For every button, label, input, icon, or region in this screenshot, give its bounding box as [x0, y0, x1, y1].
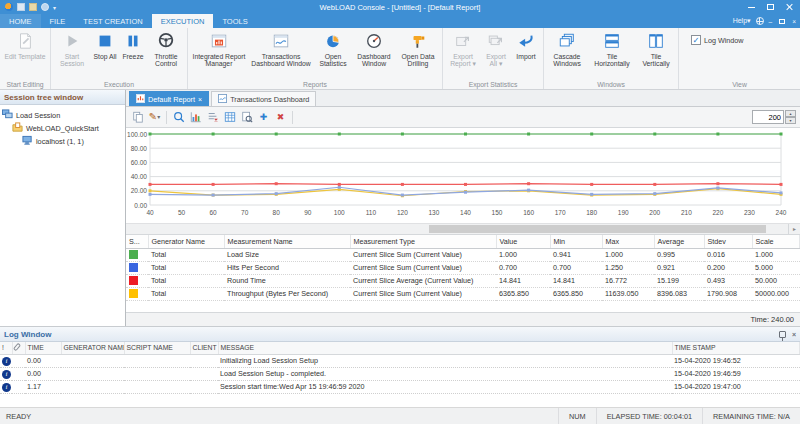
log-row[interactable]: i0.00Load Session Setup - completed.15-0… — [0, 367, 800, 380]
pin-icon[interactable] — [779, 331, 786, 338]
globe-icon[interactable] — [756, 17, 764, 25]
stats-column-header[interactable]: S... — [126, 235, 148, 248]
weblaod-console-window: ▾ WebLOAD Console - [Untitled] - [Defaul… — [0, 0, 800, 426]
stats-column-header[interactable]: Min — [550, 235, 602, 248]
stats-column-header[interactable]: Measurement Type — [350, 235, 496, 248]
table-row[interactable]: TotalLoad SizeCurrent Slice Sum (Current… — [126, 248, 800, 261]
log-window-pane: Log Window × !TIMEGENERATOR NAMESCRIPT N… — [0, 326, 800, 400]
log-close-icon[interactable]: × — [792, 331, 796, 338]
chart-horizontal-scrollbar[interactable]: ► — [126, 223, 800, 235]
chart-options-icon[interactable] — [189, 110, 202, 125]
cell-generator: Total — [148, 261, 224, 274]
cell-name: Throughput (Bytes Per Second) — [224, 287, 350, 300]
mdi-close-button[interactable]: × — [792, 18, 796, 25]
save-icon[interactable] — [17, 3, 25, 11]
stop-all-button[interactable]: Stop All — [91, 31, 119, 61]
tab-home[interactable]: HOME — [0, 14, 41, 28]
preview-icon[interactable] — [240, 110, 253, 125]
tab-execution[interactable]: EXECUTION — [152, 14, 214, 28]
edit-pen-icon[interactable]: ✎▾ — [148, 110, 161, 125]
spinner-down-button[interactable]: ▾ — [785, 117, 796, 124]
log-column-header[interactable]: SCRIPT NAME — [124, 342, 190, 354]
dashboard-window-button[interactable]: Dashboard Window — [352, 31, 396, 69]
tree-item-quickstart[interactable]: WebLOAD_QuickStart — [2, 122, 123, 135]
tab-transactions-dashboard[interactable]: Transactions Dashboard — [211, 91, 316, 106]
transactions-dashboard-window-button[interactable]: Transactions Dashboard Window — [248, 31, 314, 69]
y-tick-label: 80.00 — [126, 145, 147, 152]
stats-column-header[interactable]: Stdev — [704, 235, 752, 248]
remove-measurement-icon[interactable]: ✖ — [274, 110, 287, 125]
tab-test-creation[interactable]: TEST CREATION — [74, 14, 151, 28]
zoom-reset-icon[interactable] — [172, 110, 185, 125]
log-window-checkbox[interactable]: ✓ Log Window — [691, 35, 744, 45]
integrated-report-manager-button[interactable]: Integrated Report Manager — [190, 31, 248, 69]
tab-default-report[interactable]: Default Report × — [129, 91, 209, 106]
log-column-header[interactable]: ! — [0, 342, 12, 354]
tile-vertically-button[interactable]: Tile Vertically — [636, 31, 676, 69]
tab-file[interactable]: FILE — [41, 14, 75, 28]
log-cell-time: 1.17 — [25, 380, 61, 393]
sample-count-input[interactable] — [752, 110, 784, 124]
stats-column-header[interactable]: Max — [602, 235, 654, 248]
stats-column-header[interactable]: Measurement Name — [224, 235, 350, 248]
log-row[interactable]: i0.00Initializing Load Session Setup15-0… — [0, 354, 800, 367]
table-row[interactable]: TotalThroughput (Bytes Per Second)Curren… — [126, 287, 800, 300]
mdi-restore-button[interactable] — [777, 15, 787, 27]
table-row[interactable]: TotalRound TimeCurrent Slice Average (Cu… — [126, 274, 800, 287]
log-column-header[interactable]: TIME STAMP — [672, 342, 800, 354]
open-data-drilling-button[interactable]: Open Data Drilling — [396, 31, 440, 69]
close-tab-icon[interactable]: × — [198, 96, 202, 103]
stats-column-header[interactable]: Generator Name — [148, 235, 224, 248]
add-measurement-icon[interactable]: ✚ — [257, 110, 270, 125]
tab-tools[interactable]: TOOLS — [213, 14, 256, 28]
table-row[interactable]: TotalHits Per SecondCurrent Slice Sum (C… — [126, 261, 800, 274]
tree-item-load-session[interactable]: Load Session — [2, 109, 123, 122]
help-menu[interactable]: Help▾ — [733, 17, 751, 25]
tile-horizontally-button[interactable]: Tile Horizontally — [588, 31, 636, 69]
info-icon[interactable] — [41, 3, 49, 11]
pie-chart-icon — [324, 32, 342, 52]
data-grid-icon[interactable] — [223, 110, 236, 125]
export-all-button[interactable]: Export All ▾ — [481, 31, 511, 69]
log-column-header[interactable] — [12, 342, 25, 354]
restore-button[interactable] — [761, 1, 779, 13]
scrollbar-arrow-icon[interactable]: ► — [788, 224, 800, 234]
log-cell-time: 0.00 — [25, 354, 61, 367]
steering-wheel-icon — [157, 32, 175, 52]
scrollbar-thumb[interactable] — [429, 225, 766, 233]
stats-column-header[interactable]: Scale — [752, 235, 800, 248]
show-values-icon[interactable] — [206, 110, 219, 125]
mdi-minimize-button[interactable]: – — [769, 18, 773, 25]
stats-column-header[interactable]: Average — [654, 235, 704, 248]
y-tick-label: 40.00 — [126, 173, 147, 180]
close-button[interactable] — [780, 1, 798, 13]
log-column-header[interactable]: TIME — [25, 342, 61, 354]
start-session-button[interactable]: Start Session — [53, 31, 91, 69]
qat-customize-caret-icon[interactable]: ▾ — [53, 4, 56, 11]
import-button[interactable]: Import — [511, 31, 541, 61]
minimize-button[interactable] — [742, 1, 760, 13]
y-tick-label: 0.00 — [126, 202, 147, 209]
cell-generator: Total — [148, 248, 224, 261]
checkbox-icon: ✓ — [691, 35, 701, 45]
open-statistics-button[interactable]: Open Statistics — [314, 31, 352, 69]
log-column-header[interactable]: GENERATOR NAME — [61, 342, 124, 354]
edit-template-button[interactable]: Edit Template — [2, 31, 48, 61]
statistics-table: S...Generator NameMeasurement NameMeasur… — [126, 235, 800, 301]
log-column-header[interactable]: MESSAGE — [218, 342, 672, 354]
export-report-button[interactable]: Export Report ▾ — [445, 31, 481, 69]
app-logo-icon[interactable] — [5, 3, 13, 11]
copy-icon[interactable] — [131, 110, 144, 125]
spinner-up-button[interactable]: ▴ — [785, 110, 796, 117]
stats-column-header[interactable]: Value — [496, 235, 550, 248]
open-icon[interactable] — [29, 3, 37, 11]
cascade-windows-button[interactable]: Cascade Windows — [546, 31, 588, 69]
throttle-control-button[interactable]: Throttle Control — [147, 31, 185, 69]
log-column-header[interactable]: CLIENT ... — [190, 342, 218, 354]
session-tree-pane: Session tree window Load Session WebLOAD… — [0, 90, 126, 326]
tree-item-localhost[interactable]: localhost (1, 1) — [2, 135, 123, 148]
freeze-button[interactable]: Freeze — [119, 31, 147, 61]
cell-scale: 50000.000 — [752, 287, 800, 300]
log-row[interactable]: i1.17Session start time:Wed Apr 15 19:46… — [0, 380, 800, 393]
x-tick-label: 240 — [776, 209, 787, 216]
